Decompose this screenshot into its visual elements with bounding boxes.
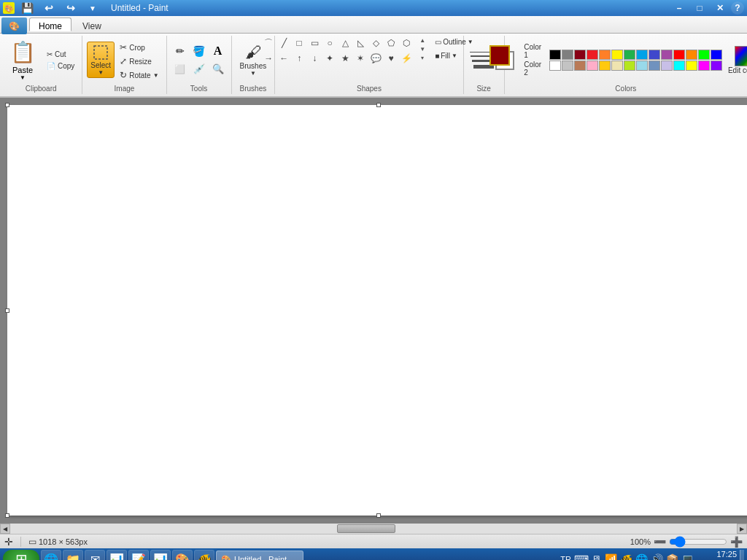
crop-button[interactable]: ✂ Crop xyxy=(117,41,161,54)
taskbar-explorer-icon[interactable]: 📁 xyxy=(63,550,83,560)
tray-monitor-icon[interactable]: 🖥 xyxy=(592,553,602,560)
color-swatch[interactable] xyxy=(698,61,710,71)
show-desktop-button[interactable] xyxy=(740,550,744,560)
resize-handle-midleft[interactable] xyxy=(5,308,9,313)
horizontal-scrollbar[interactable]: ◀ ▶ xyxy=(0,524,747,534)
color-swatch[interactable] xyxy=(624,61,635,71)
resize-handle-botmid[interactable] xyxy=(376,513,381,518)
taskbar-fish-icon[interactable]: 🐠 xyxy=(194,550,214,560)
color-swatch[interactable] xyxy=(636,61,648,71)
text-button[interactable]: A xyxy=(209,42,227,60)
color-swatch[interactable] xyxy=(673,61,685,71)
select-button[interactable]: Select ▼ xyxy=(87,42,115,78)
taskbar-ie-icon[interactable]: 🌐 xyxy=(41,550,61,560)
color-swatch[interactable] xyxy=(611,50,623,60)
color-swatch[interactable] xyxy=(574,50,586,60)
taskbar-email-icon[interactable]: ✉ xyxy=(85,550,105,560)
shape-star5[interactable]: ★ xyxy=(338,51,352,66)
shape-triangle[interactable]: △ xyxy=(338,36,352,50)
paste-button[interactable]: 📋 Paste ▼ xyxy=(4,37,41,83)
taskbar-word-icon[interactable]: 📝 xyxy=(128,550,149,560)
color-swatch[interactable] xyxy=(661,61,673,71)
shape-arrow-up[interactable]: ↑ xyxy=(292,51,306,66)
help-button[interactable]: ? xyxy=(731,1,744,15)
color-swatch[interactable] xyxy=(636,50,648,60)
quick-dropdown[interactable]: ▼ xyxy=(83,1,102,15)
shape-pentagon[interactable]: ⬠ xyxy=(384,36,398,50)
shape-lightning[interactable]: ⚡ xyxy=(399,51,414,66)
scroll-track[interactable] xyxy=(10,524,737,534)
taskbar-paint-icon[interactable]: 🎨 xyxy=(172,550,193,560)
color-swatch[interactable] xyxy=(599,61,611,71)
shape-line-curve[interactable]: ⌒ xyxy=(261,36,276,50)
tray-network-icon[interactable]: 📶 xyxy=(605,553,617,560)
tray-keyboard-icon[interactable]: ⌨ xyxy=(574,553,589,560)
paint-canvas[interactable] xyxy=(7,105,747,516)
shape-rounded-rect[interactable]: ▭ xyxy=(307,36,322,50)
color-swatch[interactable] xyxy=(711,50,722,60)
tray-network2-icon[interactable]: 🌐 xyxy=(635,553,648,560)
zoom-out-button[interactable]: ➖ xyxy=(654,536,666,548)
shapes-scroll-more[interactable]: ▾ xyxy=(417,53,428,62)
shape-diamond[interactable]: ◇ xyxy=(368,36,383,50)
quick-save[interactable]: 💾 xyxy=(18,1,36,15)
rotate-button[interactable]: ↻ Rotate ▼ xyxy=(117,69,161,82)
fill-button[interactable]: 🪣 xyxy=(190,42,208,60)
color-swatch[interactable] xyxy=(686,61,697,71)
shape-arrow-down[interactable]: ↓ xyxy=(307,51,322,66)
tray-device-icon[interactable]: 💻 xyxy=(681,553,694,560)
color-swatch[interactable] xyxy=(587,50,598,60)
shape-rect[interactable]: □ xyxy=(292,36,306,50)
color-swatch[interactable] xyxy=(686,50,697,60)
quick-undo[interactable]: ↩ xyxy=(39,1,58,15)
color-swatch[interactable] xyxy=(549,50,561,60)
shape-ellipse[interactable]: ○ xyxy=(322,36,337,50)
close-button[interactable]: ✕ xyxy=(711,1,729,15)
magnify-button[interactable]: 🔍 xyxy=(209,61,227,78)
color-swatch[interactable] xyxy=(624,50,635,60)
zoom-in-button[interactable]: ➕ xyxy=(730,536,743,548)
taskbar-paint-app[interactable]: 🎨 Untitled - Paint xyxy=(216,551,303,560)
start-button[interactable]: ⊞ xyxy=(3,550,39,560)
zoom-slider[interactable] xyxy=(669,537,727,547)
shapes-scroll-up[interactable]: ▲ xyxy=(417,36,428,44)
shape-arrow-left[interactable]: ← xyxy=(276,51,291,66)
color-swatch[interactable] xyxy=(562,61,573,71)
shape-arrow-right[interactable]: → xyxy=(261,51,276,66)
shape-star4[interactable]: ✦ xyxy=(322,51,337,66)
resize-handle-topleft[interactable] xyxy=(5,103,9,107)
color-swatch[interactable] xyxy=(562,50,573,60)
cut-button[interactable]: ✂ Cut xyxy=(44,49,77,60)
taskbar-excel-icon[interactable]: 📊 xyxy=(150,550,171,560)
tray-fish-icon[interactable]: 🐠 xyxy=(620,553,632,560)
shape-heart[interactable]: ♥ xyxy=(384,51,398,66)
color-swatch[interactable] xyxy=(587,61,598,71)
tray-update-icon[interactable]: 📦 xyxy=(666,553,678,560)
picker-button[interactable]: 💉 xyxy=(190,61,208,78)
color-swatch[interactable] xyxy=(649,61,660,71)
resize-handle-botleft[interactable] xyxy=(5,513,9,518)
color-swatch[interactable] xyxy=(698,50,710,60)
shape-callout[interactable]: 💬 xyxy=(368,51,383,66)
shape-hexagon[interactable]: ⬡ xyxy=(399,36,414,50)
color-swatch[interactable] xyxy=(673,50,685,60)
shapes-scroll-down[interactable]: ▼ xyxy=(417,44,428,53)
minimize-button[interactable]: – xyxy=(670,1,689,15)
scroll-thumb[interactable] xyxy=(337,524,395,533)
shape-line-straight[interactable]: ╱ xyxy=(276,36,291,50)
color-swatch[interactable] xyxy=(649,50,660,60)
color-swatch[interactable] xyxy=(611,61,623,71)
scroll-right-button[interactable]: ▶ xyxy=(737,524,747,534)
copy-button[interactable]: 📄 Copy xyxy=(44,61,77,71)
resize-handle-topmid[interactable] xyxy=(376,103,381,107)
taskbar-ppt-icon[interactable]: 📊 xyxy=(107,550,127,560)
edit-colors-button[interactable]: Edit colors xyxy=(727,44,747,76)
resize-button[interactable]: ⤢ Resize xyxy=(117,55,161,68)
restore-button[interactable]: □ xyxy=(690,1,709,15)
color-swatch[interactable] xyxy=(711,61,722,71)
color-swatch[interactable] xyxy=(574,61,586,71)
shape-star6[interactable]: ✶ xyxy=(353,51,368,66)
shape-right-triangle[interactable]: ◺ xyxy=(353,36,368,50)
tray-lang-icon[interactable]: TR xyxy=(560,555,571,560)
paint-menu-button[interactable]: 🎨 xyxy=(1,18,27,34)
